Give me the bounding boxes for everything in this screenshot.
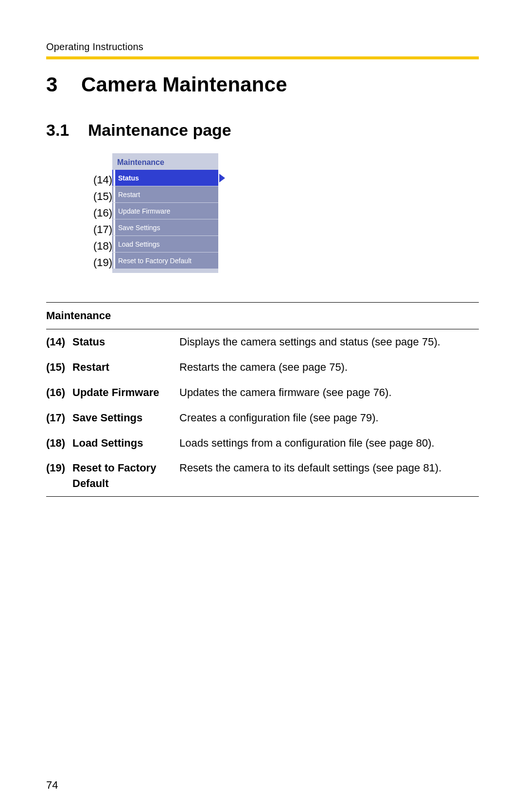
active-arrow-icon — [219, 174, 225, 182]
row-number: (16) — [46, 385, 72, 400]
row-desc: Resets the camera to its default setting… — [179, 460, 479, 491]
menu-item-marker — [113, 203, 115, 219]
menu-heading: Maintenance — [112, 153, 218, 170]
menu-item-restart[interactable]: Restart — [112, 186, 218, 203]
manual-page: Operating Instructions 3Camera Maintenan… — [0, 0, 525, 812]
menu-item-marker — [113, 253, 115, 269]
menu-item-update-firmware[interactable]: Update Firmware — [112, 203, 218, 219]
row-name: Update Firmware — [72, 385, 179, 400]
callout-18: (18) — [88, 238, 112, 254]
menu-item-status[interactable]: Status — [112, 170, 218, 186]
section-title: Maintenance page — [88, 121, 231, 139]
table-heading: Maintenance — [46, 303, 479, 329]
menu-item-load-settings[interactable]: Load Settings — [112, 236, 218, 253]
chapter-title: Camera Maintenance — [81, 73, 287, 96]
menu-item-save-settings[interactable]: Save Settings — [112, 219, 218, 236]
callout-15: (15) — [88, 188, 112, 205]
row-desc: Loads settings from a configuration file… — [179, 435, 479, 451]
menu-item-label: Load Settings — [118, 240, 160, 248]
row-number: (18) — [46, 435, 72, 451]
section-number: 3.1 — [46, 121, 88, 140]
chapter-heading: 3Camera Maintenance — [46, 73, 479, 96]
chapter-number: 3 — [46, 73, 81, 96]
row-desc: Restarts the camera (see page 75). — [179, 360, 479, 375]
callout-16: (16) — [88, 205, 112, 221]
row-number: (17) — [46, 410, 72, 426]
row-number: (15) — [46, 360, 72, 375]
menu-item-marker — [113, 219, 115, 235]
callout-14: (14) — [88, 172, 112, 188]
section-heading: 3.1Maintenance page — [46, 121, 479, 140]
row-number: (14) — [46, 334, 72, 350]
row-name: Save Settings — [72, 410, 179, 426]
page-number: 74 — [46, 779, 58, 792]
screenshot-figure: (14) (15) (16) (17) (18) (19) Maintenanc… — [88, 153, 479, 273]
callout-17: (17) — [88, 221, 112, 238]
description-table: Maintenance (14) Status Displays the cam… — [46, 302, 479, 497]
callout-column: (14) (15) (16) (17) (18) (19) — [88, 153, 112, 271]
table-row: (18) Load Settings Loads settings from a… — [46, 431, 479, 456]
row-name: Reset to Factory Default — [72, 460, 179, 491]
menu-item-marker — [113, 186, 115, 202]
row-name: Restart — [72, 360, 179, 375]
row-desc: Displays the camera settings and status … — [179, 334, 479, 350]
table-row: (14) Status Displays the camera settings… — [46, 329, 479, 355]
row-name: Load Settings — [72, 435, 179, 451]
menu-item-label: Save Settings — [118, 224, 160, 232]
menu-item-label: Update Firmware — [118, 207, 170, 215]
row-name: Status — [72, 334, 179, 350]
table-row: (16) Update Firmware Updates the camera … — [46, 380, 479, 405]
menu-panel: Maintenance Status Restart Update Firmwa… — [112, 153, 218, 273]
callout-19: (19) — [88, 254, 112, 271]
table-row: (17) Save Settings Creates a configurati… — [46, 405, 479, 431]
menu-item-marker — [113, 170, 115, 186]
table-row: (19) Reset to Factory Default Resets the… — [46, 455, 479, 496]
menu-item-reset-factory[interactable]: Reset to Factory Default — [112, 253, 218, 269]
table-row: (15) Restart Restarts the camera (see pa… — [46, 355, 479, 380]
menu-item-label: Status — [118, 174, 139, 182]
row-desc: Updates the camera firmware (see page 76… — [179, 385, 479, 400]
row-desc: Creates a configuration file (see page 7… — [179, 410, 479, 426]
menu-item-marker — [113, 236, 115, 252]
running-head: Operating Instructions — [46, 41, 479, 53]
row-number: (19) — [46, 460, 72, 491]
menu-item-label: Restart — [118, 191, 140, 198]
menu-item-label: Reset to Factory Default — [118, 257, 192, 265]
header-rule — [46, 56, 479, 59]
table-rule-bottom — [46, 496, 479, 497]
